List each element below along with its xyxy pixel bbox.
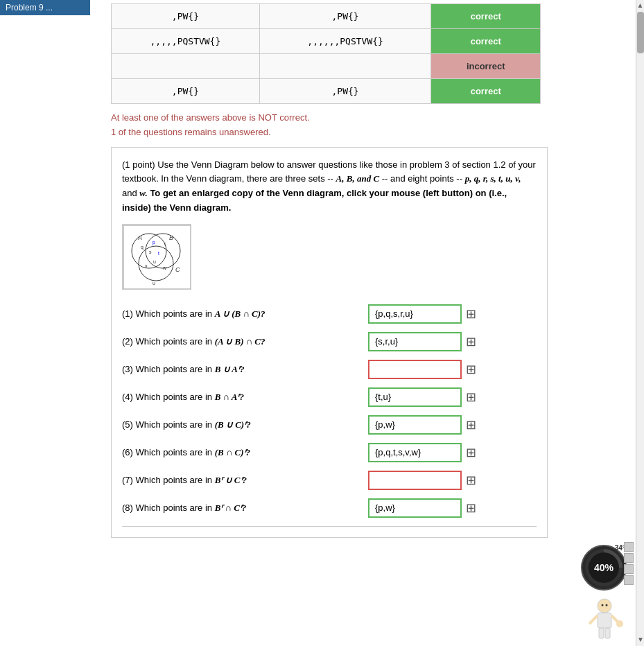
- bottom-divider: [122, 526, 537, 527]
- table-cell-answer: [259, 54, 431, 79]
- grid-button-q3[interactable]: ⊞: [466, 362, 476, 377]
- answer-input-q5[interactable]: [368, 415, 462, 435]
- grid-button-q2[interactable]: ⊞: [466, 334, 476, 349]
- svg-text:r: r: [164, 241, 166, 246]
- svg-rect-20: [598, 613, 611, 628]
- weather-widget: 40% 34°C: [578, 542, 630, 639]
- points-label: p, q, r, s, t, u, v,: [465, 173, 521, 184]
- svg-point-19: [598, 599, 611, 613]
- svg-point-26: [601, 604, 603, 606]
- question-label-q2: (2) Which points are in (A ∪ B) ∩ C?: [122, 335, 368, 349]
- grid-button-q5[interactable]: ⊞: [466, 417, 476, 433]
- question-row: (2) Which points are in (A ∪ B) ∩ C?⊞: [122, 332, 537, 351]
- side-buttons: [624, 542, 634, 585]
- error-messages: At least one of the answers above is NOT…: [111, 111, 533, 140]
- table-row: ,PW{},PW{}correct: [112, 4, 541, 29]
- svg-text:s: s: [149, 250, 152, 254]
- question-row: (8) Which points are in Bʳ ∩ Cʳ?⊞: [122, 498, 537, 518]
- middle-text: -- and eight points --: [379, 173, 465, 184]
- answer-input-q3[interactable]: [368, 360, 462, 379]
- question-label-q6: (6) Which points are in (B ∩ C)ʳ?: [122, 446, 368, 460]
- grid-button-q1[interactable]: ⊞: [466, 306, 476, 322]
- svg-text:v: v: [145, 263, 148, 268]
- answer-input-q7[interactable]: [368, 471, 462, 490]
- side-btn-3[interactable]: [624, 564, 634, 574]
- table-cell-answer: ,PW{}: [259, 4, 431, 29]
- instruction-text: To get an enlarged copy of the Venn diag…: [122, 188, 507, 213]
- question-label-q3: (3) Which points are in B ∪ Aʳ?: [122, 363, 368, 376]
- answer-input-q4[interactable]: [368, 387, 462, 407]
- question-label-q8: (8) Which points are in Bʳ ∩ Cʳ?: [122, 501, 368, 515]
- weather-character: [584, 597, 625, 639]
- question-row: (7) Which points are in Bʳ ∪ Cʳ?⊞: [122, 471, 537, 490]
- side-btn-1[interactable]: [624, 542, 634, 552]
- table-cell-answer: ,,,,,,PQSTVW{}: [259, 29, 431, 54]
- table-cell-input: ,PW{}: [112, 79, 260, 104]
- venn-diagram[interactable]: A B C q p r s t u v w u: [122, 224, 191, 290]
- question-row: (6) Which points are in (B ∩ C)ʳ?⊞: [122, 443, 537, 462]
- question-label-q1: (1) Which points are in A ∪ (B ∩ C)?: [122, 307, 368, 321]
- sets-label: A, B, and C: [336, 173, 380, 184]
- svg-text:40%: 40%: [594, 562, 614, 573]
- scroll-up-arrow[interactable]: ▲: [636, 0, 644, 9]
- svg-text:A: A: [137, 234, 142, 241]
- character-svg: [584, 597, 625, 643]
- grid-button-q7[interactable]: ⊞: [466, 473, 476, 488]
- weather-circle-container: 40% 34°C: [578, 542, 630, 594]
- problem-description: (1 point) Use the Venn Diagram below to …: [122, 158, 537, 216]
- svg-rect-25: [605, 628, 610, 638]
- grid-button-q4[interactable]: ⊞: [466, 390, 476, 405]
- question-label-q5: (5) Which points are in (B ∪ C)ʳ?: [122, 418, 368, 432]
- problem-nav-bar[interactable]: Problem 9 ...: [0, 0, 90, 15]
- answer-input-q2[interactable]: [368, 332, 462, 351]
- answer-input-q6[interactable]: [368, 443, 462, 462]
- svg-point-27: [605, 604, 607, 606]
- question-row: (4) Which points are in B ∩ Aʳ?⊞: [122, 387, 537, 407]
- svg-text:w: w: [162, 265, 167, 270]
- grid-button-q6[interactable]: ⊞: [466, 445, 476, 460]
- scroll-down-arrow[interactable]: ▼: [636, 636, 644, 643]
- table-cell-status: correct: [431, 4, 541, 29]
- table-cell-status: correct: [431, 79, 541, 104]
- table-cell-input: ,PW{}: [112, 4, 260, 29]
- table-row: ,,,,,PQSTVW{},,,,,,PQSTVW{}correct: [112, 29, 541, 54]
- svg-rect-24: [599, 628, 604, 638]
- table-row: ,PW{},PW{}correct: [112, 79, 541, 104]
- svg-text:p: p: [153, 240, 155, 245]
- table-cell-input: ,,,,,PQSTVW{}: [112, 29, 260, 54]
- answers-table: ,PW{},PW{}correct,,,,,PQSTVW{},,,,,,PQST…: [111, 3, 541, 104]
- question-row: (1) Which points are in A ∪ (B ∩ C)?⊞: [122, 304, 537, 324]
- svg-line-21: [589, 616, 598, 624]
- last-point: w.: [139, 188, 147, 198]
- scrollbar[interactable]: ▲ ▼: [636, 0, 644, 646]
- error-line2: 1 of the questions remains unanswered.: [111, 125, 533, 140]
- table-cell-status: incorrect: [431, 54, 541, 79]
- svg-text:q: q: [141, 245, 143, 250]
- svg-point-23: [616, 620, 623, 627]
- answer-input-q8[interactable]: [368, 498, 462, 518]
- side-btn-2[interactable]: [624, 553, 634, 563]
- answer-input-q1[interactable]: [368, 304, 462, 324]
- svg-text:u: u: [153, 281, 155, 286]
- svg-text:u: u: [153, 259, 156, 264]
- table-cell-status: correct: [431, 29, 541, 54]
- grid-button-q8[interactable]: ⊞: [466, 500, 476, 516]
- error-line1: At least one of the answers above is NOT…: [111, 111, 533, 125]
- svg-text:C: C: [175, 266, 180, 273]
- question-row: (3) Which points are in B ∪ Aʳ?⊞: [122, 360, 537, 379]
- table-cell-input: [112, 54, 260, 79]
- venn-diagram-container[interactable]: A B C q p r s t u v w u: [122, 224, 537, 292]
- question-label-q7: (7) Which points are in Bʳ ∪ Cʳ?: [122, 473, 368, 487]
- questions-container: (1) Which points are in A ∪ (B ∩ C)?⊞(2)…: [122, 304, 537, 518]
- svg-point-2: [139, 246, 173, 281]
- and-word: and: [122, 188, 139, 198]
- question-row: (5) Which points are in (B ∪ C)ʳ?⊞: [122, 415, 537, 435]
- question-label-q4: (4) Which points are in B ∩ Aʳ?: [122, 390, 368, 404]
- scrollbar-thumb[interactable]: [637, 12, 644, 53]
- side-btn-4[interactable]: [624, 575, 634, 585]
- table-cell-answer: ,PW{}: [259, 79, 431, 104]
- svg-text:t: t: [158, 251, 159, 256]
- svg-text:B: B: [169, 234, 173, 241]
- problem-label: Problem 9 ...: [6, 3, 53, 12]
- problem-box: (1 point) Use the Venn Diagram below to …: [111, 147, 548, 538]
